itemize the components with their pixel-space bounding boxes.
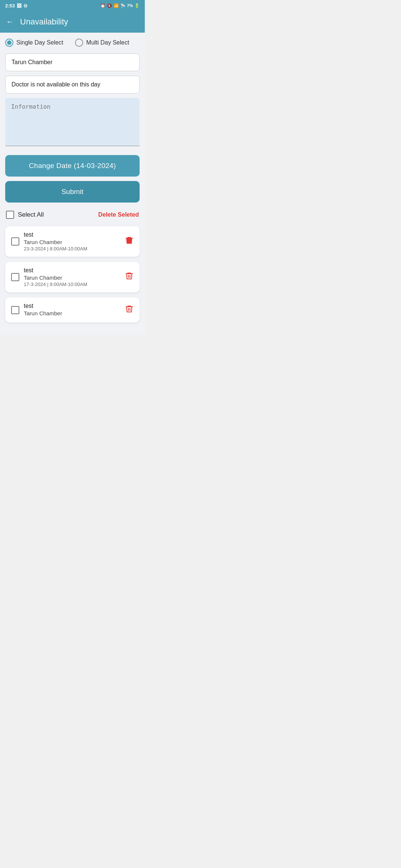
item-title-1: test <box>24 231 120 238</box>
item-delete-button-3[interactable] <box>125 305 134 316</box>
select-all-label: Select All <box>18 211 44 218</box>
select-all-row: Select All Delete Seleted <box>5 209 140 220</box>
trash-icon <box>125 272 134 280</box>
radio-circle-single[interactable] <box>5 39 13 47</box>
item-chamber-2: Tarun Chamber <box>24 274 120 281</box>
item-delete-button-2[interactable] <box>125 272 134 283</box>
photo-icon: 🖼 <box>17 3 22 9</box>
msg-icon: ⊝ <box>23 3 27 9</box>
trash-icon <box>125 305 134 313</box>
item-checkbox-1[interactable] <box>11 237 19 246</box>
back-button[interactable]: ← <box>6 17 14 27</box>
information-textarea[interactable] <box>5 98 140 146</box>
item-delete-button-1[interactable] <box>125 236 134 247</box>
item-checkbox-2[interactable] <box>11 273 19 281</box>
chamber-input[interactable] <box>5 53 140 71</box>
item-chamber-1: Tarun Chamber <box>24 239 120 245</box>
radio-multi-day[interactable]: Multi Day Select <box>75 39 129 47</box>
item-info-1: test Tarun Chamber 23-3-2024 | 8:00AM-10… <box>24 231 120 251</box>
radio-label-multi: Multi Day Select <box>86 39 129 46</box>
app-bar: ← Unavailability <box>0 11 145 33</box>
battery-level: 7% <box>127 3 133 8</box>
item-checkbox-3[interactable] <box>11 306 19 314</box>
item-datetime-2: 17-3-2024 | 9:00AM-10:00AM <box>24 282 120 287</box>
item-chamber-3: Tarun Chamber <box>24 310 120 316</box>
status-left: 2:53 🖼 ⊝ <box>5 3 27 9</box>
reason-input[interactable] <box>5 76 140 93</box>
trash-icon <box>125 236 134 245</box>
status-right: ⏰ 🔇 📶 📡 7% 🔋 <box>100 3 140 8</box>
radio-group: Single Day Select Multi Day Select <box>5 39 140 47</box>
main-content: Single Day Select Multi Day Select Chang… <box>0 33 145 335</box>
item-title-2: test <box>24 267 120 274</box>
list-item: test Tarun Chamber 17-3-2024 | 9:00AM-10… <box>5 262 140 292</box>
delete-selected-button[interactable]: Delete Seleted <box>98 211 139 218</box>
item-info-2: test Tarun Chamber 17-3-2024 | 9:00AM-10… <box>24 267 120 287</box>
mute-icon: 🔇 <box>107 3 112 8</box>
item-info-3: test Tarun Chamber <box>24 303 120 317</box>
change-date-button[interactable]: Change Date (14-03-2024) <box>5 155 140 177</box>
page-title: Unavailability <box>20 17 68 27</box>
radio-single-day[interactable]: Single Day Select <box>5 39 63 47</box>
select-all-left[interactable]: Select All <box>6 211 44 219</box>
alarm-icon: ⏰ <box>100 3 105 8</box>
select-all-checkbox[interactable] <box>6 211 14 219</box>
submit-button[interactable]: Submit <box>5 181 140 203</box>
item-datetime-1: 23-3-2024 | 8:00AM-10:00AM <box>24 246 120 251</box>
battery-icon: 🔋 <box>134 3 140 8</box>
radio-label-single: Single Day Select <box>16 39 63 46</box>
list-item: test Tarun Chamber 23-3-2024 | 8:00AM-10… <box>5 226 140 257</box>
list-item: test Tarun Chamber <box>5 297 140 322</box>
item-title-3: test <box>24 303 120 309</box>
status-time: 2:53 <box>5 3 15 9</box>
status-bar: 2:53 🖼 ⊝ ⏰ 🔇 📶 📡 7% 🔋 <box>0 0 145 11</box>
wifi-icon: 📶 <box>114 3 119 8</box>
signal-icon: 📡 <box>120 3 125 8</box>
unavailability-list: test Tarun Chamber 23-3-2024 | 8:00AM-10… <box>5 226 140 322</box>
radio-circle-multi[interactable] <box>75 39 83 47</box>
